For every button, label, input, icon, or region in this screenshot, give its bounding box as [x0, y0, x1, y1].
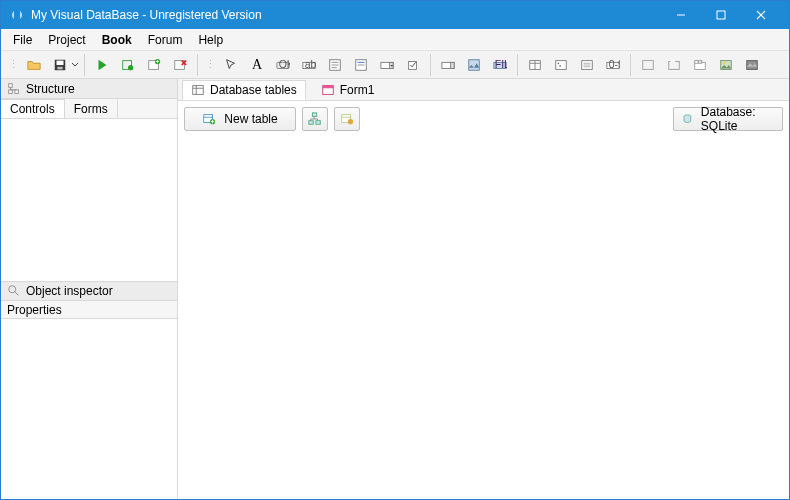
svg-rect-67 [312, 113, 316, 117]
tablegrid-tool[interactable] [523, 53, 547, 77]
counter-tool[interactable]: 0-9 [601, 53, 625, 77]
tab-forms[interactable]: Forms [65, 99, 118, 118]
panel-tool[interactable] [636, 53, 660, 77]
svg-point-72 [348, 119, 353, 124]
run-settings-button[interactable] [116, 53, 140, 77]
database-icon [682, 112, 693, 126]
database-engine-button[interactable]: Database: SQLite [673, 107, 783, 131]
svg-rect-59 [193, 85, 204, 94]
save-dropdown[interactable] [71, 58, 80, 72]
tab-database-tables[interactable]: Database tables [182, 80, 306, 100]
tab-form1-label: Form1 [340, 83, 375, 97]
treeview-tool[interactable] [549, 53, 573, 77]
svg-rect-8 [57, 66, 62, 69]
left-tabs: Controls Forms [1, 99, 177, 119]
toolbar-handle[interactable]: ⋮ [8, 58, 18, 71]
menu-file[interactable]: File [5, 31, 40, 49]
pagecontrol-tool[interactable] [688, 53, 712, 77]
relations-icon [308, 112, 322, 126]
window-title: My Visual DataBase - Unregistered Versio… [31, 8, 661, 22]
controls-panel-body [1, 119, 177, 281]
image-tool[interactable] [714, 53, 738, 77]
open-button[interactable] [22, 53, 46, 77]
new-table-icon [202, 112, 216, 126]
svg-text:ab|: ab| [305, 58, 316, 70]
groupbox-tool[interactable] [662, 53, 686, 77]
svg-rect-7 [57, 60, 64, 64]
svg-rect-46 [669, 61, 680, 69]
menu-project[interactable]: Project [40, 31, 93, 49]
svg-rect-47 [671, 59, 675, 62]
datetimepicker-tool[interactable] [436, 53, 460, 77]
menu-bar: File Project Book Forum Help [1, 29, 789, 51]
menu-forum[interactable]: Forum [140, 31, 191, 49]
svg-rect-3 [717, 11, 725, 19]
right-pane: Database tables Form1 New table Database… [178, 79, 789, 499]
richedit-tool[interactable] [349, 53, 373, 77]
svg-point-10 [128, 65, 133, 70]
table-canvas[interactable] [178, 137, 789, 499]
combobox-tool[interactable] [375, 53, 399, 77]
map-tool[interactable] [740, 53, 764, 77]
svg-rect-56 [15, 89, 19, 93]
database-tables-icon [191, 83, 205, 97]
svg-rect-69 [316, 121, 320, 125]
structure-label: Structure [26, 82, 75, 96]
tab-controls[interactable]: Controls [1, 99, 65, 118]
cursor-tool[interactable] [219, 53, 243, 77]
svg-line-58 [15, 292, 19, 296]
svg-rect-45 [643, 60, 654, 69]
maximize-button[interactable] [701, 1, 741, 29]
svg-point-52 [723, 61, 726, 64]
tab-form1[interactable]: Form1 [312, 80, 384, 100]
svg-rect-1 [14, 10, 20, 20]
database-engine-label: Database: SQLite [701, 105, 774, 133]
db-toolbar: New table Database: SQLite [178, 101, 789, 137]
svg-text:0-9: 0-9 [609, 58, 620, 70]
dbfile-tool[interactable]: FILE [488, 53, 512, 77]
new-table-label: New table [224, 112, 277, 126]
dbimage-tool[interactable] [462, 53, 486, 77]
form-container-tool[interactable] [575, 53, 599, 77]
menu-help[interactable]: Help [190, 31, 231, 49]
toolbar-handle-2[interactable]: ⋮ [205, 58, 215, 71]
svg-rect-63 [322, 85, 333, 88]
form-add-button[interactable] [142, 53, 166, 77]
svg-point-57 [9, 286, 16, 293]
svg-point-37 [558, 62, 560, 64]
new-table-button[interactable]: New table [184, 107, 296, 131]
object-inspector-header: Object inspector [1, 281, 177, 301]
app-icon [9, 7, 25, 23]
svg-rect-50 [698, 60, 702, 63]
svg-text:FILE: FILE [495, 58, 507, 70]
form-delete-button[interactable] [168, 53, 192, 77]
properties-body [1, 319, 177, 499]
svg-rect-68 [309, 121, 313, 125]
memo-tool[interactable] [323, 53, 347, 77]
button-tool[interactable]: OK [271, 53, 295, 77]
svg-rect-36 [556, 60, 567, 69]
inspector-icon [7, 284, 21, 298]
menu-book[interactable]: Book [94, 31, 140, 49]
run-button[interactable] [90, 53, 114, 77]
edit-tool[interactable]: ab| [297, 53, 321, 77]
svg-text:OK: OK [279, 58, 290, 70]
properties-header[interactable]: Properties [1, 301, 177, 319]
svg-rect-49 [695, 60, 699, 63]
minimize-button[interactable] [661, 1, 701, 29]
structure-icon [7, 82, 21, 96]
close-button[interactable] [741, 1, 781, 29]
save-button[interactable] [48, 53, 72, 77]
form-icon [321, 83, 335, 97]
structure-panel-header: Structure [1, 79, 177, 99]
left-pane: Structure Controls Forms Object inspecto… [1, 79, 178, 499]
right-tabs: Database tables Form1 [178, 79, 789, 101]
checkbox-tool[interactable] [401, 53, 425, 77]
workspace: Structure Controls Forms Object inspecto… [1, 79, 789, 499]
label-tool[interactable]: A [245, 53, 269, 77]
relations-button[interactable] [302, 107, 328, 131]
main-toolbar: ⋮ ⋮ A OK ab| FILE 0-9 [1, 51, 789, 79]
title-bar: My Visual DataBase - Unregistered Versio… [1, 1, 789, 29]
table-options-button[interactable] [334, 107, 360, 131]
table-options-icon [340, 112, 354, 126]
